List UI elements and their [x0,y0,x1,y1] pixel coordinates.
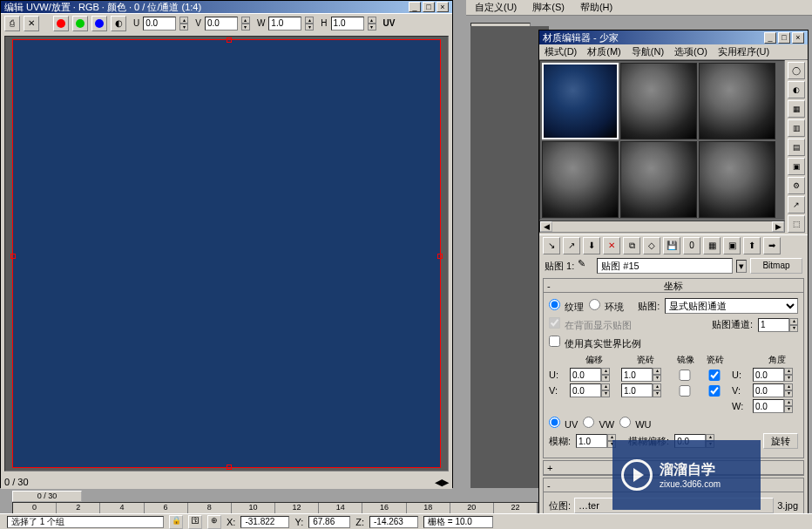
handle-bottom[interactable] [227,465,232,470]
map-dropdown-icon[interactable]: ▾ [736,260,747,273]
backlight-icon[interactable]: ◐ [788,81,805,98]
blur-input[interactable]: ▴▾ [576,434,616,448]
get-material-icon[interactable]: ↘ [543,237,560,254]
scroll-right-icon[interactable]: ▶ [442,477,449,488]
mirror-v-checkbox[interactable] [673,385,697,397]
handle-right[interactable] [437,254,443,259]
angle-v-input[interactable]: ▴▾ [753,383,801,397]
material-titlebar[interactable]: 材质编辑器 - 少家 _ □ × [539,31,808,44]
make-unique-icon[interactable]: ◇ [643,237,660,254]
make-copy-icon[interactable]: ⧉ [623,237,640,254]
u-input[interactable] [143,17,176,31]
menu-material[interactable]: 材质(M) [587,45,621,58]
w-input[interactable] [268,17,301,31]
rotate-button[interactable]: 旋转 [763,433,798,449]
mirror-u-checkbox[interactable] [673,370,697,381]
cancel-icon[interactable]: ✕ [24,16,39,31]
mat-minimize-icon[interactable]: _ [764,32,776,44]
print-icon[interactable]: ⎙ [4,16,20,31]
preview-icon[interactable]: ▣ [788,158,805,175]
x-value[interactable]: -31.822 [240,516,289,528]
mat-maximize-icon[interactable]: □ [778,32,790,44]
pick-map-icon[interactable]: ✎ [578,258,593,274]
red-channel-button[interactable] [53,16,69,31]
lock-icon[interactable]: 🔒 [169,515,183,529]
menu-custom[interactable]: 自定义(U) [475,1,517,14]
options-icon[interactable]: ⚙ [788,177,805,194]
z-value[interactable]: -14.263 [369,516,418,528]
tile-u-input[interactable]: ▴▾ [621,368,669,382]
menu-util[interactable]: 实用程序(U) [718,45,769,58]
uvw-titlebar[interactable]: 编辑 UVW/放置 · RGB · 颜色 · 0 / 位/通道 (1:4) _ … [1,1,452,13]
close-icon[interactable]: × [436,2,449,12]
timeline[interactable]: 0 2 4 6 8 10 12 14 16 18 20 22 [12,502,538,514]
wu-radio[interactable]: WU [619,417,651,430]
menu-help[interactable]: 帮助(H) [580,1,612,14]
menu-script[interactable]: 脚本(S) [532,1,565,14]
vw-radio[interactable]: VW [583,417,614,430]
material-slot-4[interactable] [542,141,619,218]
material-slot-3[interactable] [699,63,775,139]
v-input[interactable] [205,17,238,31]
scroll-left-icon[interactable]: ◀ [540,221,552,232]
offset-u-input[interactable]: ▴▾ [570,368,618,382]
scroll-left-icon[interactable]: ◀ [435,477,442,488]
use-real-world-checkbox[interactable]: 使用真实世界比例 [549,336,641,350]
menu-options[interactable]: 选项(O) [674,45,707,58]
tile-u-checkbox[interactable] [702,370,727,381]
select-by-mat-icon[interactable]: ↗ [788,196,805,214]
uvw-canvas[interactable] [12,39,441,468]
green-channel-button[interactable] [72,16,88,31]
menu-nav[interactable]: 导航(N) [632,45,664,58]
material-slot-1[interactable] [542,63,619,139]
offset-v-input[interactable]: ▴▾ [570,383,618,397]
go-parent-icon[interactable]: ⬆ [743,237,761,254]
u-spinner[interactable]: ▴▾ [179,17,188,31]
alpha-channel-button[interactable]: ◐ [111,16,126,31]
put-to-scene-icon[interactable]: ↗ [563,237,580,254]
map-channel-num-input[interactable]: ▴▾ [758,318,798,332]
material-slot-hscroll[interactable]: ◀ ▶ [539,220,785,233]
h-input[interactable] [331,17,364,31]
show-backface-checkbox[interactable]: 在背面显示贴图 [549,317,632,332]
menu-mode[interactable]: 模式(D) [545,45,577,58]
handle-top[interactable] [227,37,232,43]
minimize-icon[interactable]: _ [409,2,421,12]
coord-abs-icon[interactable]: ⊕ [207,515,221,529]
go-sibling-icon[interactable]: ➡ [763,237,781,254]
y-value[interactable]: 67.86 [308,516,350,528]
material-slot-6[interactable] [699,141,775,218]
environment-radio[interactable]: 环境 [589,299,624,314]
texture-radio[interactable]: 纹理 [549,299,584,314]
w-spinner[interactable]: ▴▾ [305,17,314,31]
sample-type-icon[interactable]: ◯ [788,62,805,79]
v-spinner[interactable]: ▴▾ [241,17,250,31]
assign-to-sel-icon[interactable]: ⬇ [583,237,600,254]
material-name-input[interactable] [597,258,733,274]
handle-left[interactable] [10,254,16,259]
maximize-icon[interactable]: □ [423,2,435,12]
angle-w-input[interactable]: ▴▾ [753,399,801,413]
video-check-icon[interactable]: ▤ [788,139,805,156]
tile-v-checkbox[interactable] [702,385,727,397]
uv-radio[interactable]: UV [549,417,578,430]
tile-v-input[interactable]: ▴▾ [621,383,669,397]
put-to-lib-icon[interactable]: 💾 [663,237,680,254]
mat-close-icon[interactable]: × [792,32,804,44]
angle-u-input[interactable]: ▴▾ [753,368,801,382]
sample-uv-icon[interactable]: ▥ [788,119,805,137]
background-icon[interactable]: ▦ [788,100,805,118]
material-slot-2[interactable] [620,63,697,139]
blue-channel-button[interactable] [91,16,107,31]
map-channel-select[interactable]: 显式贴图通道 [665,298,798,314]
mat-id-icon[interactable]: 0 [683,237,700,254]
rollout-coordinates-header[interactable]: -坐标 [544,279,803,293]
show-end-result-icon[interactable]: ▣ [723,237,741,254]
scroll-right-icon[interactable]: ▶ [772,221,784,232]
material-slot-5[interactable] [620,141,697,218]
time-slider[interactable]: 0 / 30 [12,491,82,502]
show-in-vp-icon[interactable]: ▦ [703,237,721,254]
material-type-button[interactable]: Bitmap [750,258,802,274]
h-spinner[interactable]: ▴▾ [368,17,376,31]
material-map-nav-icon[interactable]: ⬚ [788,215,805,233]
